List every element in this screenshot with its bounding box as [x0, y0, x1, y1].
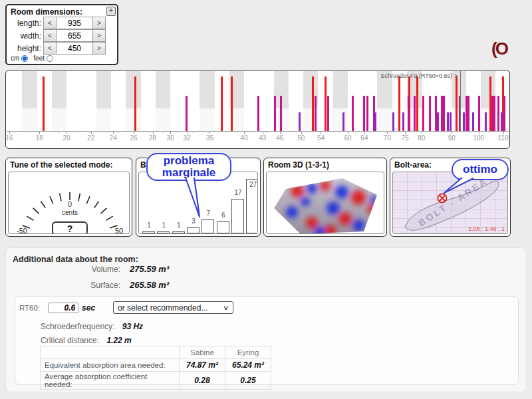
additional-data-section: Additional data about the room: Volume: … — [5, 247, 527, 392]
column-eyring: Eyring — [225, 346, 271, 359]
gauge-tick — [86, 196, 90, 203]
mode-bar[interactable] — [467, 96, 469, 131]
axis-minor-tick — [74, 131, 74, 133]
mode-bar[interactable] — [503, 96, 505, 131]
piano-key-shade — [22, 108, 37, 131]
height-decrement-button[interactable]: < — [43, 42, 57, 55]
gauge-zero-label: 0 — [68, 200, 72, 208]
critical-distance-value: 1.22 m — [106, 336, 131, 345]
axis-minor-tick — [311, 131, 311, 133]
mode-bar[interactable] — [299, 112, 301, 131]
axis-tick-label: 24 — [103, 134, 123, 142]
piano-black-key — [22, 71, 37, 108]
axis-tick-label: 32 — [177, 134, 197, 142]
mode-bar[interactable] — [485, 112, 487, 131]
axis-tick-label: 54 — [311, 134, 331, 142]
bonello-bar — [231, 199, 244, 233]
mode-bar[interactable] — [43, 76, 45, 131]
room-dimensions-title: Room dimensions: — [7, 5, 117, 17]
axis-tick-label: 28 — [143, 134, 163, 142]
length-field[interactable] — [57, 17, 92, 29]
mode-bar[interactable] — [402, 112, 404, 131]
mode-bar[interactable] — [408, 96, 410, 131]
mode-bar[interactable] — [422, 96, 424, 131]
axis-minor-tick — [473, 131, 474, 133]
surface-value: 265.58 m² — [130, 280, 169, 290]
mode-bar[interactable] — [447, 112, 449, 131]
mode-bar[interactable] — [472, 112, 474, 131]
mode-bar[interactable] — [456, 76, 458, 131]
bonello-bar — [187, 227, 200, 233]
axis-minor-tick — [222, 131, 223, 133]
gauge-unit-label: cents — [62, 209, 78, 216]
width-decrement-button[interactable]: < — [43, 29, 57, 42]
mode-spectrum-panel: 1618202224262830323540434650546064707580… — [5, 70, 510, 149]
bonello-bar-label: 27 — [245, 181, 258, 188]
mode-bar[interactable] — [312, 76, 314, 131]
mode-bar[interactable] — [414, 96, 416, 131]
mode-bar[interactable] — [463, 112, 465, 131]
bonello-bar-label: 3 — [186, 217, 201, 225]
gauge-value: ? — [67, 223, 73, 234]
mode-bar[interactable] — [231, 76, 233, 131]
mode-bar[interactable] — [501, 112, 503, 131]
schroeder-frequency-value: 93 Hz — [122, 322, 143, 331]
mode-bar[interactable] — [478, 96, 480, 131]
mode-bar[interactable] — [186, 96, 188, 131]
mode-bar[interactable] — [366, 96, 368, 131]
mode-bar[interactable] — [274, 96, 276, 131]
height-field[interactable] — [57, 42, 92, 55]
mode-bar[interactable] — [280, 96, 282, 131]
mode-bar[interactable] — [342, 112, 344, 131]
rt60-input[interactable] — [48, 303, 78, 313]
mode-bar[interactable] — [450, 112, 452, 131]
gauge-tick — [106, 216, 113, 220]
width-row: width: < > — [8, 29, 117, 42]
schroeder-frequency-row: Schroederfrequency: 93 Hz — [41, 322, 143, 331]
mode-bar[interactable] — [352, 96, 354, 131]
row-label: Equivalent absorption area needed: — [41, 359, 180, 372]
axis-tick-label: 20 — [57, 134, 76, 142]
maximize-icon[interactable]: + — [106, 7, 116, 16]
rt60-recommended-select[interactable]: or select recommended... ˅ — [113, 301, 233, 314]
piano-black-key — [52, 71, 66, 108]
mode-bar[interactable] — [374, 112, 376, 131]
length-decrement-button[interactable]: < — [43, 17, 57, 29]
axis-minor-tick — [267, 131, 267, 133]
bonello-bar-label: 1 — [156, 221, 172, 229]
mode-bar[interactable] — [363, 96, 365, 131]
mode-bar[interactable] — [443, 96, 445, 131]
mode-bar[interactable] — [429, 96, 431, 131]
volume-row: Volume: 275.59 m³ — [46, 264, 169, 274]
mode-bar[interactable] — [392, 112, 394, 131]
mode-bar[interactable] — [134, 76, 136, 131]
unit-radio-feet[interactable] — [47, 55, 53, 62]
mode-bar[interactable] — [327, 96, 329, 131]
mode-bar[interactable] — [315, 96, 317, 131]
height-row: height: < > — [8, 42, 117, 55]
mode-bar[interactable] — [493, 96, 495, 131]
width-increment-button[interactable]: > — [92, 29, 106, 42]
mode-bar[interactable] — [416, 76, 418, 131]
mode-bar[interactable] — [497, 96, 499, 131]
bonello-chart: 1113761727 — [138, 172, 258, 234]
unit-radio-cm[interactable] — [21, 55, 28, 62]
height-increment-button[interactable]: > — [92, 42, 106, 55]
table-row: Average absorption coefficient needed: 0… — [41, 372, 271, 390]
volume-value: 275.59 m³ — [130, 264, 169, 274]
axis-minor-tick — [414, 131, 415, 133]
mode-bar[interactable] — [437, 112, 439, 131]
absorption-table: Sabine Eyring Equivalent absorption area… — [40, 346, 271, 390]
room-dimensions-panel: + Room dimensions: length: < > width: < … — [5, 4, 118, 65]
mode-bar[interactable] — [398, 76, 400, 131]
surface-row: Surface: 265.58 m² — [46, 280, 169, 290]
mode-bar[interactable] — [221, 76, 223, 131]
room3d-view[interactable] — [266, 172, 384, 234]
axis-minor-tick — [355, 131, 356, 133]
mode-bar[interactable] — [257, 96, 259, 131]
axis-minor-tick — [488, 131, 489, 133]
gauge-dial: 0 cents -50 50 ? — [9, 172, 130, 234]
width-field[interactable] — [57, 29, 92, 42]
select-value: or select recommended... — [118, 303, 207, 313]
length-increment-button[interactable]: > — [92, 17, 106, 29]
